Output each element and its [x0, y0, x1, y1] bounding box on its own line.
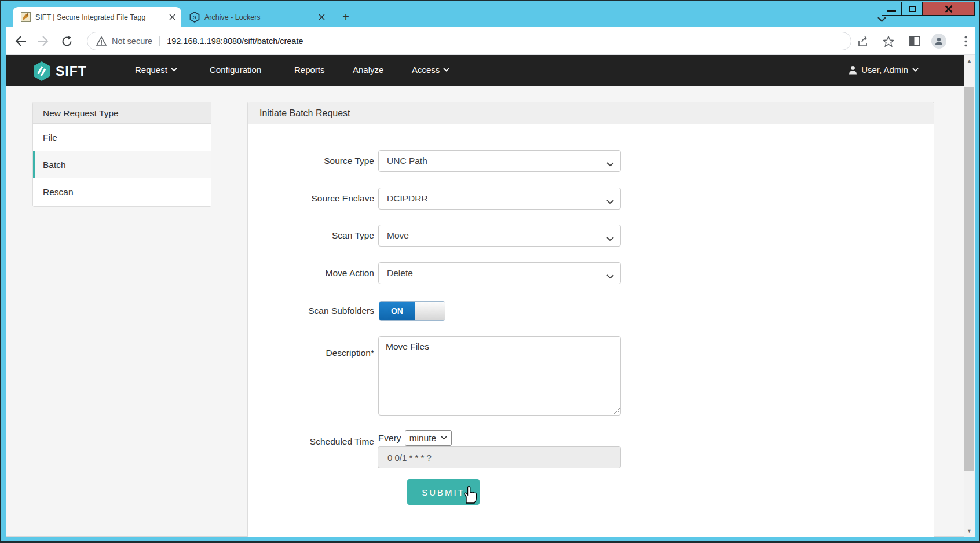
tab-title: Archive - Lockers: [204, 13, 315, 21]
tab-close-icon[interactable]: [319, 14, 325, 20]
scrollbar-thumb[interactable]: [964, 87, 974, 471]
security-label[interactable]: Not secure: [112, 36, 152, 46]
tab-sift[interactable]: SIFT | Secure Integrated File Tagg: [13, 7, 181, 27]
window-border: [0, 541, 980, 543]
nav-item-access[interactable]: Access: [412, 65, 449, 75]
window-border: [0, 0, 1, 543]
forward-icon[interactable]: [35, 34, 50, 49]
not-secure-warning-icon[interactable]: [96, 36, 107, 46]
chevron-down-icon: [606, 159, 614, 169]
browser-menu-icon[interactable]: [958, 34, 973, 49]
profile-avatar[interactable]: [931, 34, 946, 49]
sidebar-item-rescan[interactable]: Rescan: [33, 178, 211, 206]
tab-title: SIFT | Secure Integrated File Tagg: [35, 13, 166, 21]
minimize-button[interactable]: [882, 2, 902, 16]
nav-item-configuration[interactable]: Configuration: [210, 65, 261, 75]
new-request-type-list: New Request Type File Batch Rescan: [32, 102, 211, 207]
scan-type-select[interactable]: Move: [378, 225, 621, 247]
minimize-icon: [887, 10, 896, 12]
hexagon-s-icon: S: [189, 12, 200, 23]
app-navbar: SIFT Request Configuration Reports Analy…: [6, 55, 964, 86]
page-body: New Request Type File Batch Rescan Initi…: [6, 86, 964, 537]
textarea-resize-grip[interactable]: [613, 408, 620, 414]
interval-select[interactable]: minute: [405, 430, 452, 446]
chevron-down-icon: [441, 436, 447, 440]
nav-item-reports[interactable]: Reports: [294, 65, 325, 75]
source-enclave-select[interactable]: DCIPDRR: [378, 188, 621, 210]
new-tab-button[interactable]: +: [339, 11, 352, 24]
sift-favicon: [21, 12, 31, 22]
user-icon: [849, 65, 857, 75]
reload-icon[interactable]: [59, 34, 74, 49]
description-textarea[interactable]: Move Files: [378, 336, 621, 416]
sidebar-header: New Request Type: [33, 102, 211, 124]
browser-window: SIFT | Secure Integrated File Tagg S Arc…: [0, 0, 980, 543]
sidebar-item-file[interactable]: File: [33, 124, 211, 151]
svg-text:S: S: [193, 14, 196, 20]
address-bar[interactable]: Not secure 192.168.1.198:8080/sift/batch…: [87, 32, 851, 50]
move-action-select[interactable]: Delete: [378, 262, 621, 284]
maximize-icon: [909, 6, 916, 12]
user-menu[interactable]: User, Admin: [849, 65, 919, 75]
chevron-down-icon: [171, 68, 177, 72]
source-type-select[interactable]: UNC Path: [378, 150, 621, 172]
bookmark-star-icon[interactable]: [881, 34, 896, 49]
url-text[interactable]: 192.168.1.198:8080/sift/batch/create: [167, 36, 303, 46]
page-viewport: SIFT Request Configuration Reports Analy…: [6, 55, 964, 537]
toggle-on-label: ON: [379, 302, 415, 320]
schedule-every-row: Every minute: [378, 430, 452, 446]
tab-archive[interactable]: S Archive - Lockers: [181, 7, 331, 27]
scan-type-label: Scan Type: [259, 230, 374, 241]
nav-item-request[interactable]: Request: [135, 65, 177, 75]
scroll-down-icon[interactable]: ▼: [964, 526, 975, 535]
titlebar: SIFT | Secure Integrated File Tagg S Arc…: [0, 0, 980, 27]
share-icon[interactable]: [856, 34, 871, 49]
scheduled-time-label: Scheduled Time: [259, 436, 374, 447]
sift-hexagon-icon: [32, 61, 51, 82]
scrollbar[interactable]: ▲ ▼: [964, 55, 975, 537]
close-icon: [945, 5, 953, 13]
sift-logo[interactable]: SIFT: [32, 61, 87, 82]
chevron-down-icon: [606, 233, 614, 244]
nav-item-analyze[interactable]: Analyze: [353, 65, 383, 75]
panel-header: Initiate Batch Request: [248, 102, 934, 124]
close-button[interactable]: [923, 2, 975, 16]
cron-expression-input[interactable]: [378, 446, 621, 468]
chevron-down-icon: [443, 68, 449, 72]
maximize-button[interactable]: [902, 2, 923, 16]
user-name: User, Admin: [861, 65, 908, 75]
mouse-cursor-hand: [461, 486, 477, 507]
scan-subfolders-toggle[interactable]: ON: [379, 301, 445, 321]
initiate-batch-request-panel: Initiate Batch Request Source Type UNC P…: [247, 102, 934, 537]
sidebar-item-batch[interactable]: Batch: [33, 151, 211, 178]
brand-name: SIFT: [56, 64, 87, 79]
chevron-down-icon: [912, 68, 919, 72]
source-enclave-label: Source Enclave: [259, 193, 374, 204]
back-icon[interactable]: [13, 34, 28, 49]
every-label: Every: [378, 433, 401, 443]
browser-toolbar: Not secure 192.168.1.198:8080/sift/batch…: [6, 27, 975, 55]
toggle-handle[interactable]: [415, 302, 445, 320]
source-type-label: Source Type: [259, 156, 374, 166]
description-label: Description*: [259, 348, 374, 358]
tab-close-icon[interactable]: [169, 14, 175, 20]
window-border: [0, 0, 980, 1]
scan-subfolders-label: Scan Subfolders: [259, 306, 374, 316]
scroll-up-icon[interactable]: ▲: [964, 56, 975, 65]
side-panel-icon[interactable]: [907, 34, 922, 49]
move-action-label: Move Action: [259, 268, 374, 278]
address-separator: [159, 36, 160, 46]
chevron-down-icon: [606, 271, 614, 281]
chevron-down-icon: [606, 196, 614, 207]
